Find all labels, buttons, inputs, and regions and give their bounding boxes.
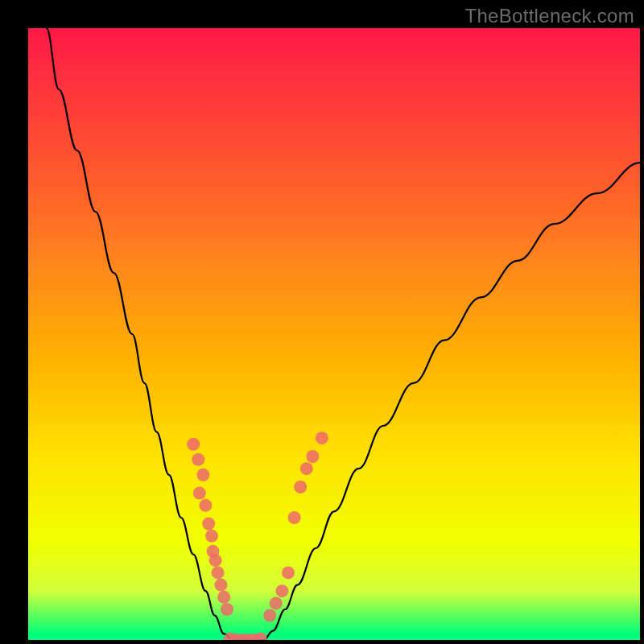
- data-point-marker: [199, 499, 212, 512]
- series-right-curve: [264, 163, 640, 640]
- v-curve-chart: [28, 28, 640, 640]
- data-point-marker: [275, 584, 288, 597]
- data-point-marker: [192, 453, 204, 466]
- data-point-marker: [300, 462, 313, 475]
- data-point-marker: [221, 603, 233, 616]
- data-point-marker: [217, 591, 230, 604]
- data-point-marker: [212, 566, 225, 579]
- data-point-marker: [263, 609, 276, 622]
- data-point-marker: [288, 511, 301, 524]
- data-point-marker: [306, 450, 319, 463]
- data-point-marker: [187, 438, 200, 451]
- data-point-marker: [202, 518, 215, 530]
- plot-area: [28, 28, 640, 640]
- data-point-marker: [294, 481, 307, 493]
- data-point-marker: [209, 554, 222, 567]
- data-point-marker: [270, 597, 283, 609]
- data-point-marker: [196, 469, 209, 481]
- series-left-curve: [47, 28, 233, 640]
- watermark-label: TheBottleneck.com: [464, 5, 634, 27]
- data-point-marker: [254, 632, 267, 640]
- data-point-marker: [193, 487, 206, 500]
- data-point-marker: [282, 566, 295, 579]
- data-point-marker: [214, 579, 227, 592]
- data-point-marker: [205, 530, 218, 543]
- data-point-marker: [316, 431, 328, 444]
- chart-frame: TheBottleneck.com: [0, 0, 644, 644]
